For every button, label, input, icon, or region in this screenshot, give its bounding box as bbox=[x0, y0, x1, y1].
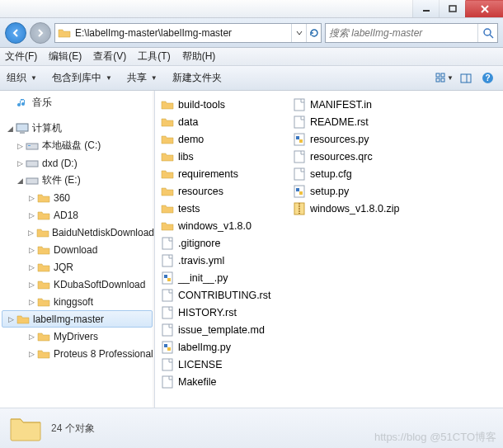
file-item[interactable]: .gitignore bbox=[158, 234, 290, 252]
tree-folder-item[interactable]: ▷BaiduNetdiskDownload bbox=[0, 224, 154, 241]
file-item[interactable]: LICENSE bbox=[158, 356, 290, 373]
window-minimize-button[interactable] bbox=[412, 0, 439, 17]
help-button[interactable]: ? bbox=[478, 69, 496, 87]
menu-edit[interactable]: 编辑(E) bbox=[49, 50, 82, 64]
nav-forward-button[interactable] bbox=[30, 22, 51, 44]
search-icon[interactable] bbox=[477, 24, 497, 42]
expand-icon[interactable]: ▷ bbox=[6, 315, 16, 323]
tree-folder-item[interactable]: ▷Proteus 8 Professional bbox=[0, 345, 154, 362]
tree-folder-item[interactable]: ▷MyDrivers bbox=[0, 328, 154, 345]
expand-icon[interactable]: ▷ bbox=[26, 298, 36, 306]
drive-icon bbox=[25, 174, 40, 187]
menu-file[interactable]: 文件(F) bbox=[5, 50, 37, 64]
view-options-button[interactable]: ▼ bbox=[435, 69, 454, 87]
toolbar-new-folder[interactable]: 新建文件夹 bbox=[172, 71, 222, 85]
file-item[interactable]: .travis.yml bbox=[158, 252, 290, 269]
tree-folder-item[interactable]: ▷AD18 bbox=[0, 206, 154, 224]
tree-folder-item[interactable]: ▷JQR bbox=[0, 258, 154, 276]
file-name: windows_v1.8.0.zip bbox=[310, 203, 399, 215]
tree-drive-e[interactable]: ◢软件 (E:) bbox=[0, 172, 154, 189]
file-icon bbox=[292, 150, 307, 163]
search-box[interactable] bbox=[325, 23, 498, 43]
tree-folder-item[interactable]: ▷labelImg-master bbox=[2, 310, 153, 328]
file-item[interactable]: CONTRIBUTING.rst bbox=[158, 286, 290, 304]
address-bar[interactable]: E:\labelImg-master\labelImg-master bbox=[54, 23, 322, 43]
preview-pane-button[interactable] bbox=[457, 69, 475, 87]
status-object-count: 24 个对象 bbox=[51, 422, 95, 436]
music-icon bbox=[15, 97, 30, 110]
svg-line-5 bbox=[490, 35, 493, 38]
svg-rect-24 bbox=[167, 278, 171, 281]
tree-folder-item[interactable]: ▷360 bbox=[0, 189, 154, 206]
toolbar-share[interactable]: 共享▼ bbox=[127, 71, 157, 85]
expand-icon[interactable]: ▷ bbox=[26, 281, 36, 289]
file-item[interactable]: setup.py bbox=[290, 182, 422, 200]
file-item[interactable]: issue_template.md bbox=[158, 321, 290, 338]
expand-icon[interactable]: ▷ bbox=[26, 194, 36, 202]
menu-help[interactable]: 帮助(H) bbox=[182, 50, 216, 64]
file-name: setup.py bbox=[310, 186, 349, 197]
file-name: .travis.yml bbox=[178, 255, 224, 266]
file-item[interactable]: windows_v1.8.0 bbox=[158, 217, 290, 234]
svg-rect-14 bbox=[16, 124, 28, 131]
search-input[interactable] bbox=[326, 27, 477, 39]
file-item[interactable]: labelImg.py bbox=[158, 338, 290, 356]
expand-icon[interactable]: ▷ bbox=[15, 159, 25, 167]
svg-rect-10 bbox=[461, 74, 471, 83]
file-item[interactable]: Makefile bbox=[158, 373, 290, 390]
folder-icon bbox=[36, 295, 51, 309]
refresh-button[interactable] bbox=[306, 24, 321, 42]
collapse-icon[interactable]: ◢ bbox=[5, 125, 15, 133]
file-icon bbox=[292, 167, 307, 181]
tree-folder-item[interactable]: ▷kinggsoft bbox=[0, 293, 154, 310]
file-item[interactable]: demo bbox=[158, 130, 290, 148]
expand-icon[interactable]: ▷ bbox=[26, 229, 35, 237]
file-item[interactable]: requirements bbox=[158, 165, 290, 182]
file-item[interactable]: setup.cfg bbox=[290, 165, 422, 182]
expand-icon[interactable]: ▷ bbox=[15, 142, 25, 150]
tree-drive-d[interactable]: ▷dxd (D:) bbox=[0, 154, 154, 172]
toolbar-include-in-library[interactable]: 包含到库中▼ bbox=[52, 71, 112, 85]
collapse-icon[interactable]: ◢ bbox=[15, 177, 25, 185]
tree-folder-item[interactable]: ▷KDubaSoftDownload bbox=[0, 276, 154, 293]
file-item[interactable]: windows_v1.8.0.zip bbox=[290, 200, 422, 217]
window-maximize-button[interactable] bbox=[439, 0, 465, 17]
main-area: 音乐 ◢计算机 ▷本地磁盘 (C:) ▷dxd (D:) ◢软件 (E:) ▷3… bbox=[0, 91, 503, 408]
file-item[interactable]: tests bbox=[158, 200, 290, 217]
file-name: build-tools bbox=[178, 99, 225, 111]
toolbar-organize[interactable]: 组织▼ bbox=[7, 71, 37, 85]
file-name: issue_template.md bbox=[178, 324, 265, 336]
file-item[interactable]: data bbox=[158, 113, 290, 130]
tree-computer[interactable]: ◢计算机 bbox=[0, 120, 154, 137]
file-item[interactable]: build-tools bbox=[158, 96, 290, 113]
menu-view[interactable]: 查看(V) bbox=[93, 50, 126, 64]
folder-icon bbox=[57, 26, 72, 40]
window-close-button[interactable] bbox=[465, 0, 503, 17]
tree-folder-item[interactable]: ▷Download bbox=[0, 241, 154, 258]
file-item[interactable]: HISTORY.rst bbox=[158, 304, 290, 321]
drive-icon bbox=[25, 139, 40, 153]
address-dropdown-button[interactable] bbox=[291, 24, 306, 42]
file-item[interactable]: resources bbox=[158, 182, 290, 200]
file-item[interactable]: libs bbox=[158, 148, 290, 165]
tree-music[interactable]: 音乐 bbox=[0, 94, 154, 111]
tree-folder-label: JQR bbox=[54, 262, 73, 273]
menu-tools[interactable]: 工具(T) bbox=[138, 50, 170, 64]
folder-icon bbox=[160, 219, 175, 233]
expand-icon[interactable]: ▷ bbox=[26, 332, 36, 341]
expand-icon[interactable]: ▷ bbox=[26, 211, 36, 219]
svg-rect-6 bbox=[436, 73, 440, 77]
expand-icon[interactable]: ▷ bbox=[26, 246, 36, 254]
file-name: setup.cfg bbox=[310, 168, 352, 180]
file-item[interactable]: resources.qrc bbox=[290, 148, 422, 165]
file-item[interactable]: MANIFEST.in bbox=[290, 96, 422, 113]
expand-icon[interactable]: ▷ bbox=[26, 263, 36, 271]
file-item[interactable]: resources.py bbox=[290, 130, 422, 148]
toolbar: 组织▼ 包含到库中▼ 共享▼ 新建文件夹 ▼ ? bbox=[0, 66, 503, 91]
file-item[interactable]: __init__.py bbox=[158, 269, 290, 286]
nav-back-button[interactable] bbox=[5, 22, 26, 44]
tree-drive-c[interactable]: ▷本地磁盘 (C:) bbox=[0, 137, 154, 154]
file-name: .gitignore bbox=[178, 238, 220, 249]
expand-icon[interactable]: ▷ bbox=[26, 350, 36, 358]
file-item[interactable]: README.rst bbox=[290, 113, 422, 130]
